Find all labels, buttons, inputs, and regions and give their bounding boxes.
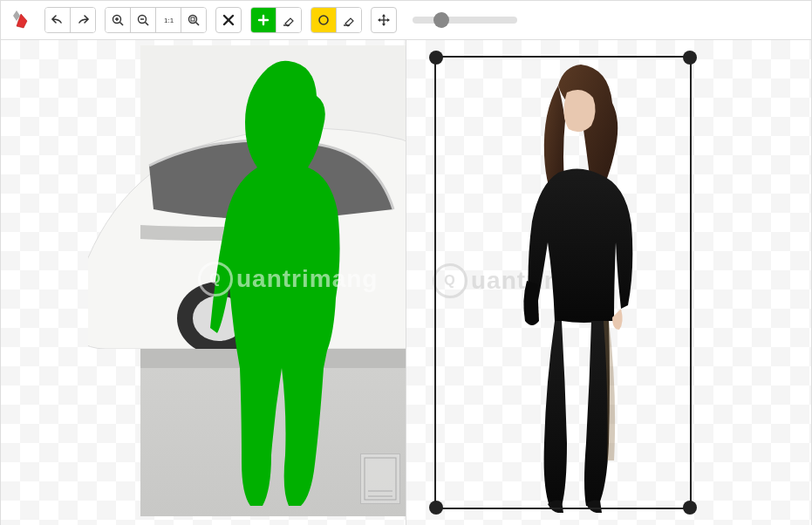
app-logo (8, 7, 34, 33)
erase-background-button[interactable] (337, 8, 361, 32)
svg-rect-10 (191, 17, 194, 21)
svg-text:1:1: 1:1 (164, 17, 174, 24)
zoom-in-button[interactable] (106, 8, 131, 32)
add-background-button[interactable] (311, 8, 337, 32)
foreground-group (250, 7, 302, 33)
crop-handle-top-right[interactable] (683, 51, 697, 65)
svg-point-8 (189, 16, 197, 24)
history-group (44, 7, 96, 33)
crop-handle-bottom-right[interactable] (683, 501, 697, 515)
source-panel[interactable]: Q uantrimang (1, 40, 406, 525)
svg-line-5 (146, 23, 149, 26)
background-group (310, 7, 362, 33)
slider-track[interactable] (413, 17, 517, 24)
svg-point-16 (319, 16, 328, 24)
crop-bounding-box[interactable] (434, 56, 692, 509)
crop-handle-top-left[interactable] (429, 51, 443, 65)
reset-button[interactable] (215, 7, 242, 33)
add-foreground-button[interactable] (251, 8, 276, 32)
photo-credit-stamp (360, 453, 400, 504)
preview-panel[interactable]: Q uantrimang (406, 40, 811, 525)
crop-handle-bottom-left[interactable] (429, 501, 443, 515)
zoom-fit-button[interactable] (181, 8, 206, 32)
undo-button[interactable] (45, 8, 71, 32)
pan-button[interactable] (371, 7, 397, 33)
preview-canvas: Q uantrimang (417, 47, 709, 518)
zoom-out-button[interactable] (131, 8, 156, 32)
brush-size-slider[interactable] (413, 17, 517, 24)
source-image: Q uantrimang (140, 45, 406, 516)
svg-rect-22 (365, 458, 396, 500)
foreground-mask (184, 54, 367, 508)
zoom-group: 1:1 (105, 7, 207, 33)
svg-line-1 (120, 23, 124, 26)
workspace: Q uantrimang Q uantrimang (1, 40, 811, 525)
redo-button[interactable] (71, 8, 95, 32)
app-window: 1:1 (0, 0, 812, 525)
zoom-actual-button[interactable]: 1:1 (156, 8, 181, 32)
svg-line-9 (196, 23, 200, 26)
slider-thumb[interactable] (433, 12, 449, 28)
erase-foreground-button[interactable] (276, 8, 301, 32)
toolbar: 1:1 (1, 1, 811, 40)
